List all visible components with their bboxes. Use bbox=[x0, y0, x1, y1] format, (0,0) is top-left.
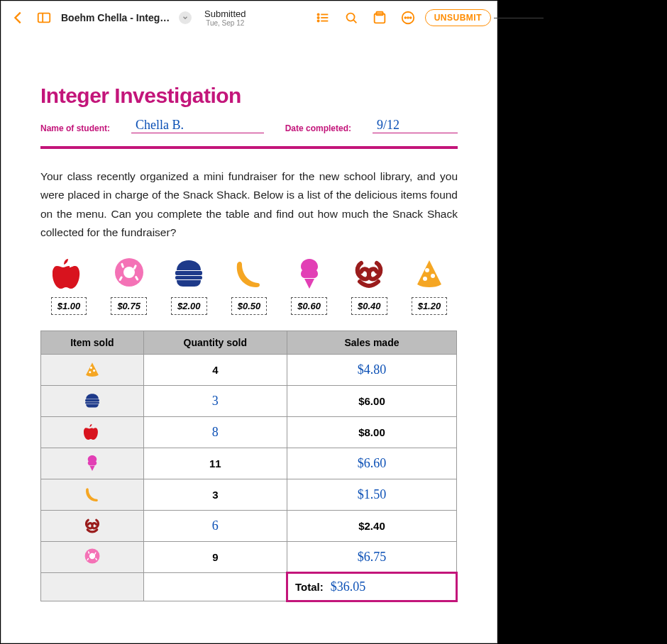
qty-cell: 3 bbox=[143, 386, 287, 417]
menu-item-donut: $0.75 bbox=[104, 255, 155, 315]
price-pretzel: $0.40 bbox=[351, 297, 387, 315]
sales-cell: $2.40 bbox=[287, 511, 456, 542]
date-label: Date completed: bbox=[285, 123, 351, 133]
more-icon[interactable] bbox=[397, 6, 419, 29]
document-title[interactable]: Boehm Chella - Integers I... bbox=[61, 12, 175, 23]
item-cell bbox=[41, 417, 144, 448]
svg-point-2 bbox=[317, 13, 319, 15]
donut-icon bbox=[84, 555, 101, 567]
burger-icon bbox=[84, 399, 101, 411]
name-field: Chella B. bbox=[131, 118, 264, 133]
menu-item-banana: $0.50 bbox=[224, 255, 275, 315]
back-icon[interactable] bbox=[7, 6, 30, 29]
total-label: Total: bbox=[295, 581, 324, 593]
price-pizza: $1.20 bbox=[412, 297, 448, 315]
document-body: Integer Investigation Name of student: C… bbox=[1, 34, 497, 623]
qty-cell: 11 bbox=[143, 448, 287, 479]
date-value: 9/12 bbox=[377, 118, 399, 133]
sales-cell: $4.80 bbox=[287, 355, 456, 386]
table-header: Item sold bbox=[41, 331, 144, 355]
item-cell bbox=[41, 448, 144, 479]
sales-cell: $6.00 bbox=[287, 386, 456, 417]
qty-cell: 9 bbox=[143, 542, 287, 573]
item-cell bbox=[41, 355, 144, 386]
date-field: 9/12 bbox=[373, 118, 458, 133]
qty-cell: 3 bbox=[143, 479, 287, 511]
menu-row: $1.00 $0.75 $2.00 $0.50 $0.60 $0.40 $1.2… bbox=[40, 255, 458, 315]
price-icecream: $0.60 bbox=[291, 297, 327, 315]
status-block: Submitted Tue, Sep 12 bbox=[204, 9, 246, 27]
pizza-icon bbox=[412, 255, 447, 290]
toolbar: Boehm Chella - Integers I... Submitted T… bbox=[1, 1, 497, 34]
name-label: Name of student: bbox=[40, 123, 110, 133]
total-row: Total: $36.05 bbox=[41, 573, 457, 601]
burger-icon bbox=[171, 255, 206, 290]
icecream-icon bbox=[292, 255, 327, 290]
price-donut: $0.75 bbox=[111, 297, 147, 315]
banana-icon bbox=[84, 492, 101, 504]
item-cell bbox=[41, 511, 144, 542]
svg-rect-0 bbox=[38, 13, 50, 23]
table-row: 4 $4.80 bbox=[41, 355, 457, 386]
qty-cell: 6 bbox=[143, 511, 287, 542]
sales-table: Item soldQuantity soldSales made 4 $4.80… bbox=[40, 331, 458, 602]
status-label: Submitted bbox=[204, 9, 246, 19]
menu-item-pizza: $1.20 bbox=[404, 255, 455, 315]
menu-item-burger: $2.00 bbox=[163, 255, 214, 315]
item-cell bbox=[41, 479, 144, 511]
menu-item-apple: $1.00 bbox=[43, 255, 94, 315]
sales-cell: $8.00 bbox=[287, 417, 456, 448]
price-apple: $1.00 bbox=[51, 297, 87, 315]
total-cell: Total: $36.05 bbox=[287, 573, 456, 601]
icecream-icon bbox=[84, 461, 101, 473]
table-row: 8 $8.00 bbox=[41, 417, 457, 448]
qty-cell: 4 bbox=[143, 355, 287, 386]
list-icon[interactable] bbox=[312, 6, 334, 29]
table-row: 3 $6.00 bbox=[41, 386, 457, 417]
unsubmit-button[interactable]: UNSUBMIT bbox=[425, 9, 491, 26]
table-row: 3 $1.50 bbox=[41, 479, 457, 511]
banana-icon bbox=[231, 255, 267, 290]
pretzel-icon bbox=[84, 523, 101, 535]
empty-cell bbox=[143, 573, 287, 601]
svg-line-9 bbox=[353, 20, 356, 23]
price-banana: $0.50 bbox=[231, 297, 268, 315]
pizza-icon bbox=[84, 367, 101, 379]
svg-point-13 bbox=[404, 17, 406, 18]
callout-line bbox=[494, 18, 544, 18]
total-value: $36.05 bbox=[331, 579, 366, 594]
donut-icon bbox=[111, 255, 147, 290]
sales-cell: $6.60 bbox=[287, 448, 456, 479]
search-icon[interactable] bbox=[340, 6, 363, 29]
table-header: Sales made bbox=[287, 331, 456, 355]
sidebar-icon[interactable] bbox=[33, 6, 55, 29]
menu-item-icecream: $0.60 bbox=[284, 255, 335, 315]
svg-point-4 bbox=[317, 17, 319, 18]
apple-icon bbox=[84, 430, 101, 442]
table-row: 6 $2.40 bbox=[41, 511, 457, 542]
svg-point-6 bbox=[317, 20, 319, 21]
svg-point-8 bbox=[346, 13, 354, 21]
svg-point-15 bbox=[409, 17, 411, 18]
status-date: Tue, Sep 12 bbox=[204, 19, 246, 27]
apple-icon bbox=[51, 255, 87, 290]
empty-cell bbox=[41, 573, 144, 601]
table-row: 9 $6.75 bbox=[41, 542, 457, 573]
name-value: Chella B. bbox=[136, 118, 184, 133]
item-cell bbox=[41, 386, 144, 417]
sales-cell: $1.50 bbox=[287, 479, 456, 511]
qty-cell: 8 bbox=[143, 417, 287, 448]
table-row: 11 $6.60 bbox=[41, 448, 457, 479]
divider bbox=[40, 146, 458, 149]
menu-item-pretzel: $0.40 bbox=[343, 255, 395, 315]
item-cell bbox=[41, 542, 144, 573]
pretzel-icon bbox=[351, 255, 387, 290]
price-burger: $2.00 bbox=[171, 297, 207, 315]
worksheet-title: Integer Investigation bbox=[40, 84, 458, 108]
intro-paragraph: Your class recently organized a mini fun… bbox=[40, 167, 458, 242]
chevron-down-icon[interactable] bbox=[179, 11, 192, 24]
svg-point-14 bbox=[407, 17, 409, 18]
table-header: Quantity sold bbox=[143, 331, 287, 355]
tools-icon[interactable] bbox=[368, 6, 391, 29]
sales-cell: $6.75 bbox=[287, 542, 456, 573]
